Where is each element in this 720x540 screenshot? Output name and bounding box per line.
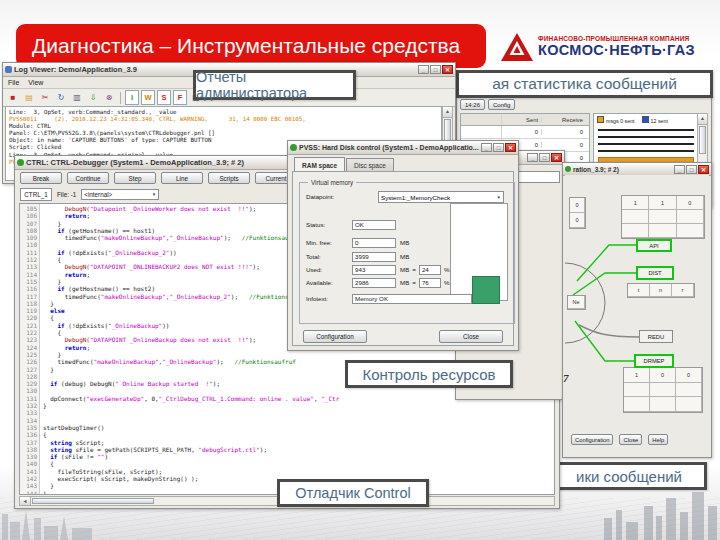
- table-cell: [624, 397, 650, 412]
- debugger-file-label: File: -1: [57, 191, 76, 198]
- debugger-line-button[interactable]: Line: [161, 172, 203, 184]
- tab-ram-space[interactable]: RAM space: [294, 157, 345, 172]
- scroll-up-icon[interactable]: ▲: [698, 114, 707, 125]
- field-row-infotext: Infotext:Memory OK: [306, 293, 472, 304]
- field-value[interactable]: 0: [352, 238, 396, 248]
- equals-sign: =: [412, 279, 416, 286]
- stat-bar: [598, 150, 694, 152]
- maximize-button[interactable]: □: [493, 143, 504, 152]
- field-value[interactable]: 2986: [352, 278, 396, 288]
- line-number: 128: [20, 373, 37, 380]
- line-number: 118: [20, 300, 37, 307]
- console-close-button[interactable]: Close: [619, 434, 642, 445]
- refresh-icon[interactable]: ↻: [54, 90, 68, 105]
- console-help-button[interactable]: Help: [648, 434, 668, 445]
- field-percent[interactable]: 76: [419, 278, 441, 288]
- field-value[interactable]: Memory OK: [352, 294, 472, 304]
- close-button[interactable]: ✕: [698, 165, 709, 174]
- open-log-icon[interactable]: ▤: [22, 90, 36, 105]
- field-value[interactable]: 943: [352, 265, 396, 275]
- field-percent[interactable]: 24: [419, 265, 441, 275]
- filter-i-button[interactable]: I: [125, 90, 139, 105]
- scroll-thumb[interactable]: [32, 498, 154, 504]
- hdd-titlebar[interactable]: PVSS: Hard Disk control (System1 - DemoA…: [288, 141, 518, 155]
- scroll-up-icon[interactable]: ▲: [443, 107, 452, 118]
- callout-text: Отладчик Control: [295, 485, 410, 501]
- tab-disc-space[interactable]: Disc space: [346, 158, 394, 172]
- filter-w-button[interactable]: W: [141, 90, 155, 105]
- hdd-configuration-button[interactable]: Configuration: [303, 330, 367, 343]
- logo-company-name: КОСМОС·НЕФТЬ·ГАЗ: [538, 43, 695, 58]
- debugger-continue-button[interactable]: Continue: [67, 172, 109, 184]
- percent-sign: %: [444, 279, 450, 286]
- skyline-right-decoration: [600, 488, 720, 540]
- field-label: Total:: [306, 253, 352, 260]
- console-configuration-button[interactable]: Configuration: [571, 434, 613, 445]
- close-button[interactable]: ✕: [505, 143, 516, 152]
- maximize-button[interactable]: □: [686, 165, 697, 174]
- line-number: 105: [20, 205, 37, 212]
- line-number: 131: [20, 395, 37, 402]
- field-value[interactable]: 3999: [352, 252, 396, 262]
- callout-message-settings: ики сообщений: [551, 462, 707, 490]
- debugger-app-icon: [17, 159, 24, 166]
- table-cell: 0: [570, 198, 585, 213]
- table-cell: 0: [677, 196, 704, 210]
- export-icon[interactable]: ⇩: [86, 90, 100, 105]
- stat-bar: [598, 143, 694, 145]
- debugger-scope-combo[interactable]: <internal> ▼: [81, 189, 159, 200]
- clear-icon[interactable]: ⊗: [102, 90, 116, 105]
- hdd-close-button[interactable]: Close: [439, 330, 503, 343]
- stats-row: 00: [461, 126, 589, 139]
- callout-admin-reports: Отчеты администратора: [193, 70, 356, 100]
- table-cell: r: [672, 284, 694, 297]
- line-number: 115: [20, 278, 37, 285]
- legend-item: 12 sent: [642, 116, 668, 124]
- table-cell: [622, 210, 649, 224]
- minimize-button[interactable]: _: [527, 153, 538, 162]
- close-button[interactable]: ✕: [442, 65, 453, 74]
- debugger-step-button[interactable]: Step: [114, 172, 156, 184]
- debugger-title: CTRL: CTRL-Debugger (System1 - DemoAppli…: [26, 158, 244, 167]
- line-number: 116: [20, 285, 37, 292]
- datapoint-combo[interactable]: System1:_MemoryCheck ▼: [378, 191, 504, 203]
- menu-item-view[interactable]: View: [28, 79, 43, 86]
- manager-node-drmep[interactable]: DRMEP: [634, 354, 674, 368]
- minimize-button[interactable]: _: [418, 65, 429, 74]
- line-number: 122: [20, 329, 37, 336]
- minimize-button[interactable]: _: [674, 165, 685, 174]
- stats-cell: 0: [542, 142, 586, 148]
- debugger-script-tab[interactable]: CTRL_1: [20, 188, 52, 201]
- manager-node-redu[interactable]: REDU: [639, 330, 673, 343]
- print-icon[interactable]: ▥: [70, 90, 84, 105]
- line-number: 123: [20, 336, 37, 343]
- minimize-button[interactable]: _: [481, 143, 492, 152]
- maximize-button[interactable]: □: [539, 153, 550, 162]
- field-label: Infotext:: [306, 295, 352, 302]
- field-unit: MB: [400, 239, 409, 246]
- chevron-down-icon: ▼: [497, 195, 501, 200]
- page-title-text: Диагностика – Инструментальные средства: [32, 34, 460, 58]
- debugger-scripts-button[interactable]: Scripts: [208, 172, 250, 184]
- close-button[interactable]: ✕: [551, 153, 562, 162]
- legend-swatch: [642, 116, 649, 123]
- scroll-thumb[interactable]: [699, 126, 706, 154]
- line-number: 110: [20, 241, 37, 248]
- manager-node-dist[interactable]: DIST: [636, 266, 674, 280]
- stop-icon[interactable]: ■: [6, 90, 20, 105]
- debugger-break-button[interactable]: Break: [20, 172, 62, 184]
- menu-item-file[interactable]: File: [8, 79, 19, 86]
- scroll-left-icon[interactable]: ◄: [20, 497, 31, 505]
- table-cell: 1: [622, 196, 649, 210]
- stats-tab-config[interactable]: Config: [488, 99, 515, 110]
- callout-text: ики сообщений: [576, 468, 682, 485]
- filter-f-button[interactable]: F: [173, 90, 187, 105]
- cut-icon[interactable]: ✂: [38, 90, 52, 105]
- manager-node-api[interactable]: API: [636, 239, 672, 252]
- callout-text: Контроль ресурсов: [362, 366, 495, 383]
- filter-s-button[interactable]: S: [157, 90, 171, 105]
- stats-tab-14-26[interactable]: 14:26: [460, 99, 485, 110]
- maximize-button[interactable]: □: [430, 65, 441, 74]
- field-value[interactable]: OK: [352, 220, 396, 230]
- line-number: 144: [20, 490, 37, 495]
